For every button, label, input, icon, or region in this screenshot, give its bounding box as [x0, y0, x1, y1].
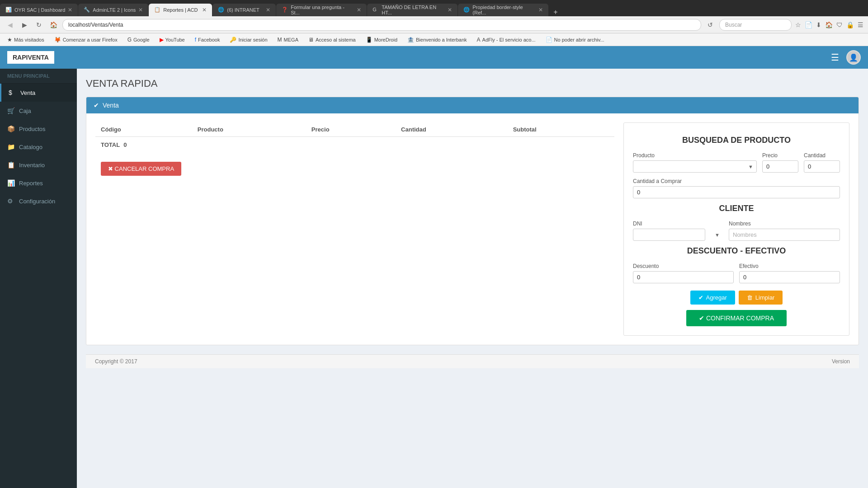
descuento-label: Descuento: [633, 263, 734, 269]
bookmark-acceso[interactable]: 🖥 Acceso al sistema: [305, 36, 359, 44]
cantidad-comprar-input[interactable]: [633, 186, 840, 198]
cantidad-label: Cantidad: [804, 152, 840, 159]
tab-4-close[interactable]: ✕: [263, 7, 270, 13]
back-button[interactable]: ◀: [5, 19, 15, 30]
home-button[interactable]: 🏠: [48, 19, 59, 30]
descuento-input[interactable]: [633, 271, 734, 283]
nombres-input[interactable]: [729, 229, 840, 241]
bookmark-youtube[interactable]: ▶ YouTube: [156, 36, 189, 44]
limpiar-button[interactable]: 🗑 Limpiar: [739, 291, 783, 305]
bookmark-firefox[interactable]: 🦊 Comenzar a usar Firefox: [51, 36, 121, 44]
tab-7[interactable]: 🌐 Propiedad border-style (Ref... ✕: [458, 4, 548, 16]
total-value: 0: [123, 141, 127, 148]
producto-label: Producto: [633, 152, 757, 159]
gear-icon: ⚙: [7, 197, 14, 205]
tab-1-favicon: 📊: [5, 7, 12, 13]
dni-select[interactable]: [633, 229, 705, 241]
col-codigo: Código: [95, 122, 192, 137]
efectivo-input[interactable]: [739, 271, 840, 283]
search-section-title: BUSQUEDA DE PRODUCTO: [633, 136, 840, 145]
bookmark-label-1: Comenzar a usar Firefox: [63, 37, 118, 42]
security-icon[interactable]: 🔒: [846, 21, 854, 28]
forward-button[interactable]: ▶: [19, 19, 30, 30]
tab-3-close[interactable]: ✕: [199, 7, 207, 13]
bookmark-mas-visitados[interactable]: ★ Más visitados: [4, 36, 48, 44]
sidebar-item-reportes-label: Reportes: [19, 180, 43, 187]
bookmark-iniciar[interactable]: 🔑 Iniciar sesión: [226, 36, 271, 44]
cantidad-comprar-group: Cantidad a Comprar: [633, 178, 840, 198]
tab-3[interactable]: 📋 Reportes | ACD ✕: [149, 4, 212, 16]
cart-icon: 🛒: [7, 107, 14, 114]
sidebar-item-venta[interactable]: $ Venta: [0, 84, 77, 102]
sidebar-item-caja[interactable]: 🛒 Caja: [0, 102, 77, 120]
mega-icon: M: [278, 37, 282, 43]
brand-logo[interactable]: RAPIVENTA: [7, 51, 54, 64]
cantidad-group: Cantidad: [804, 152, 840, 173]
tab-4-label: (6) INTRANET: [227, 7, 259, 13]
reload-button[interactable]: ↻: [33, 19, 44, 30]
tab-5[interactable]: ❓ Formular una pregunta - St... ✕: [276, 4, 367, 16]
precio-input[interactable]: [762, 160, 798, 173]
sidebar-item-reportes[interactable]: 📊 Reportes: [0, 174, 77, 192]
new-tab-button[interactable]: +: [549, 8, 562, 16]
search-input[interactable]: Buscar: [719, 19, 792, 31]
reading-mode-icon[interactable]: 📄: [805, 21, 812, 28]
bookmark-mega[interactable]: M MEGA: [274, 36, 302, 44]
content-area: MENU PRINCIPAL $ Venta 🛒 Caja 📦 Producto…: [0, 69, 868, 488]
producto-select[interactable]: [633, 160, 757, 173]
precio-group: Precio: [762, 152, 798, 173]
tab-5-favicon: ❓: [282, 7, 288, 13]
top-navbar: RAPIVENTA ☰ 👤: [0, 46, 868, 69]
sidebar-item-venta-label: Venta: [20, 89, 35, 96]
sidebar-item-catalogo[interactable]: 📁 Catalogo: [0, 138, 77, 156]
bookmark-moredroid[interactable]: 📱 MoreDroid: [362, 36, 401, 44]
user-avatar[interactable]: 👤: [846, 50, 861, 65]
shield-icon[interactable]: 🛡: [836, 21, 843, 28]
tab-7-label: Propiedad border-style (Ref...: [472, 5, 536, 15]
agregar-icon: ✔: [698, 294, 703, 301]
bookmark-star-icon[interactable]: ☆: [795, 21, 801, 28]
venta-card: ✔ Venta Código Producto Precio C: [86, 97, 859, 345]
bookmark-nopoder[interactable]: 📄 No poder abrir archiv...: [542, 36, 608, 44]
tab-5-label: Formular una pregunta - St...: [291, 5, 354, 15]
dni-label: DNI: [633, 221, 723, 227]
bookmark-adfly[interactable]: A AdFly - El servicio aco...: [473, 36, 539, 44]
bookmark-interbank[interactable]: 🏦 Bienvenido a Interbank: [404, 36, 471, 44]
sidebar-item-configuracion[interactable]: ⚙ Configuración: [0, 192, 77, 210]
tab-6-close[interactable]: ✕: [445, 7, 452, 13]
confirmar-compra-button[interactable]: ✔ CONFIRMAR COMPRA: [686, 310, 787, 326]
refresh-icon[interactable]: ↺: [705, 19, 716, 30]
cantidad-comprar-label: Cantidad a Comprar: [633, 178, 840, 184]
bookmark-label-0: Más visitados: [14, 37, 44, 42]
sidebar-item-configuracion-label: Configuración: [19, 198, 55, 205]
bookmark-facebook[interactable]: f Facebook: [191, 36, 224, 44]
home-addr-icon[interactable]: 🏠: [825, 21, 833, 28]
efectivo-group: Efectivo: [739, 263, 840, 283]
tab-2[interactable]: 🔧 AdminLTE 2 | Icons ✕: [78, 4, 148, 16]
hamburger-menu-icon[interactable]: ☰: [831, 52, 839, 63]
tab-2-close[interactable]: ✕: [136, 7, 143, 13]
bookmark-label-3: YouTube: [165, 37, 185, 42]
tab-1-close[interactable]: ✕: [65, 7, 72, 13]
tab-4[interactable]: 🌐 (6) INTRANET ✕: [212, 4, 276, 16]
agregar-button[interactable]: ✔ Agregar: [690, 291, 735, 305]
tab-1[interactable]: 📊 OYR SAC | Dashboard ✕: [0, 4, 78, 16]
download-icon[interactable]: ⬇: [816, 21, 821, 28]
cancel-purchase-button[interactable]: ✖ CANCELAR COMPRA: [101, 162, 181, 176]
sidebar-item-productos[interactable]: 📦 Productos: [0, 120, 77, 138]
product-search-row: Producto ▼ Precio: [633, 152, 840, 173]
tab-7-close[interactable]: ✕: [536, 7, 543, 13]
cantidad-input[interactable]: [804, 160, 840, 173]
panel-buttons: ✔ Agregar 🗑 Limpiar: [633, 291, 840, 305]
tab-6[interactable]: G TAMAÑO DE LETRA EN HT... ✕: [367, 4, 458, 16]
sidebar-item-inventario[interactable]: 📋 Inventario: [0, 156, 77, 174]
bookmark-label-6: MEGA: [284, 37, 298, 42]
menu-icon[interactable]: ☰: [858, 21, 863, 28]
main-content: VENTA RAPIDA ✔ Venta Código Producto: [77, 69, 868, 488]
url-input[interactable]: localhost/Ventas/Venta: [62, 19, 701, 31]
tab-5-close[interactable]: ✕: [354, 7, 361, 13]
app-footer: Copyright © 2017 Version: [86, 354, 859, 368]
producto-select-wrapper: ▼: [633, 160, 757, 173]
dni-group: DNI ▼: [633, 221, 723, 241]
bookmark-google[interactable]: G Google: [124, 36, 153, 44]
